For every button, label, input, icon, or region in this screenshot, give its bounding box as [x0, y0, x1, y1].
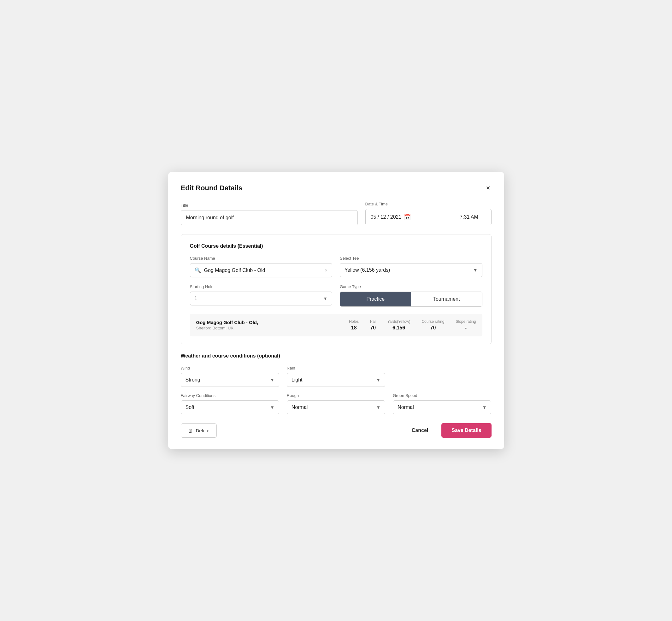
fairway-rough-green-row: Fairway Conditions Soft ▼ Rough Normal ▼… [181, 393, 492, 414]
chevron-down-icon-hole: ▼ [323, 296, 328, 301]
golf-course-section-title: Golf Course details (Essential) [190, 243, 482, 249]
par-label: Par [370, 319, 376, 324]
title-input[interactable] [181, 210, 358, 225]
title-label: Title [181, 203, 358, 208]
stat-slope-rating: Slope rating - [456, 319, 476, 331]
course-rating-label: Course rating [421, 319, 444, 324]
trash-icon: 🗑 [188, 428, 193, 433]
select-tee-group: Select Tee Yellow (6,156 yards) ▼ [340, 256, 482, 277]
select-tee-value: Yellow (6,156 yards) [344, 267, 470, 273]
tournament-button[interactable]: Tournament [411, 292, 482, 306]
chevron-down-icon: ▼ [473, 267, 478, 273]
calendar-icon: 📅 [404, 214, 411, 220]
wind-rain-row: Wind Strong ▼ Rain Light ▼ [181, 366, 492, 387]
course-info-name-text: Gog Magog Golf Club - Old, [196, 320, 349, 325]
chevron-down-icon-wind: ▼ [270, 377, 275, 382]
course-name-group: Course Name 🔍 Gog Magog Golf Club - Old … [190, 256, 333, 277]
date-value: 05 / 12 / 2021 [371, 214, 402, 220]
rough-value: Normal [292, 405, 373, 410]
course-info-row: Gog Magog Golf Club - Old, Shelford Bott… [190, 314, 482, 336]
green-speed-group: Green Speed Normal ▼ [393, 393, 491, 414]
footer-right: Cancel Save Details [406, 423, 492, 438]
golf-course-section: Golf Course details (Essential) Course N… [181, 234, 492, 344]
game-type-toggle: Practice Tournament [340, 292, 482, 307]
course-rating-value: 70 [430, 325, 436, 331]
fairway-label: Fairway Conditions [181, 393, 279, 398]
datetime-field-group: Date & Time 05 / 12 / 2021 📅 7:31 AM [365, 202, 492, 225]
chevron-down-icon-green: ▼ [482, 405, 487, 410]
game-type-label: Game Type [340, 284, 482, 289]
close-button[interactable]: × [485, 183, 492, 193]
fairway-dropdown[interactable]: Soft ▼ [181, 401, 279, 414]
rain-value: Light [292, 377, 373, 383]
slope-rating-label: Slope rating [456, 319, 476, 324]
time-field[interactable]: 7:31 AM [447, 209, 491, 225]
chevron-down-icon-fairway: ▼ [270, 405, 275, 410]
fairway-group: Fairway Conditions Soft ▼ [181, 393, 279, 414]
weather-section-title: Weather and course conditions (optional) [181, 353, 492, 359]
holes-value: 18 [351, 325, 357, 331]
rain-group: Rain Light ▼ [287, 366, 385, 387]
starting-hole-dropdown[interactable]: 1 ▼ [190, 292, 333, 305]
stat-course-rating: Course rating 70 [421, 319, 444, 331]
par-value: 70 [370, 325, 376, 331]
chevron-down-icon-rain: ▼ [376, 377, 380, 382]
select-tee-label: Select Tee [340, 256, 482, 261]
rough-group: Rough Normal ▼ [287, 393, 385, 414]
date-field[interactable]: 05 / 12 / 2021 📅 [366, 209, 447, 225]
starting-hole-label: Starting Hole [190, 284, 333, 289]
holes-label: Holes [349, 319, 359, 324]
wind-group: Wind Strong ▼ [181, 366, 279, 387]
chevron-down-icon-rough: ▼ [376, 405, 380, 410]
select-tee-dropdown[interactable]: Yellow (6,156 yards) ▼ [340, 263, 482, 277]
yards-value: 6,156 [392, 325, 405, 331]
green-speed-dropdown[interactable]: Normal ▼ [393, 401, 491, 414]
datetime-wrapper: 05 / 12 / 2021 📅 7:31 AM [365, 209, 492, 225]
rain-dropdown[interactable]: Light ▼ [287, 373, 385, 387]
starting-hole-group: Starting Hole 1 ▼ [190, 284, 333, 307]
practice-button[interactable]: Practice [340, 292, 411, 306]
stat-par: Par 70 [370, 319, 376, 331]
cancel-button[interactable]: Cancel [406, 424, 434, 437]
course-stats: Holes 18 Par 70 Yards(Yellow) 6,156 Cour… [349, 319, 476, 331]
course-tee-row: Course Name 🔍 Gog Magog Golf Club - Old … [190, 256, 482, 277]
game-type-group: Game Type Practice Tournament [340, 284, 482, 307]
title-field-group: Title [181, 203, 358, 225]
course-info-location: Shelford Bottom, UK [196, 326, 349, 330]
stat-yards: Yards(Yellow) 6,156 [387, 319, 411, 331]
course-name-label: Course Name [190, 256, 333, 261]
wind-value: Strong [185, 377, 267, 383]
wind-dropdown[interactable]: Strong ▼ [181, 373, 279, 387]
time-value: 7:31 AM [460, 214, 478, 220]
modal-header: Edit Round Details × [181, 183, 492, 193]
wind-label: Wind [181, 366, 279, 370]
delete-label: Delete [196, 428, 209, 433]
slope-rating-value: - [465, 325, 467, 331]
rain-label: Rain [287, 366, 385, 370]
delete-button[interactable]: 🗑 Delete [181, 423, 217, 438]
course-info-name: Gog Magog Golf Club - Old, Shelford Bott… [196, 320, 349, 330]
rough-dropdown[interactable]: Normal ▼ [287, 401, 385, 414]
green-speed-value: Normal [397, 405, 479, 410]
edit-round-modal: Edit Round Details × Title Date & Time 0… [168, 172, 504, 449]
weather-section: Weather and course conditions (optional)… [181, 353, 492, 414]
search-icon: 🔍 [195, 267, 201, 273]
rough-label: Rough [287, 393, 385, 398]
course-name-input[interactable]: 🔍 Gog Magog Golf Club - Old × [190, 263, 333, 277]
clear-icon[interactable]: × [325, 267, 328, 273]
footer-row: 🗑 Delete Cancel Save Details [181, 423, 492, 438]
save-button[interactable]: Save Details [442, 423, 491, 438]
modal-title: Edit Round Details [181, 184, 243, 192]
yards-label: Yards(Yellow) [387, 319, 411, 324]
course-name-value: Gog Magog Golf Club - Old [204, 267, 322, 273]
datetime-label: Date & Time [365, 202, 492, 206]
top-row: Title Date & Time 05 / 12 / 2021 📅 7:31 … [181, 202, 492, 225]
green-speed-label: Green Speed [393, 393, 491, 398]
stat-holes: Holes 18 [349, 319, 359, 331]
starting-hole-value: 1 [195, 296, 320, 301]
hole-gametype-row: Starting Hole 1 ▼ Game Type Practice Tou… [190, 284, 482, 307]
fairway-value: Soft [185, 405, 267, 410]
